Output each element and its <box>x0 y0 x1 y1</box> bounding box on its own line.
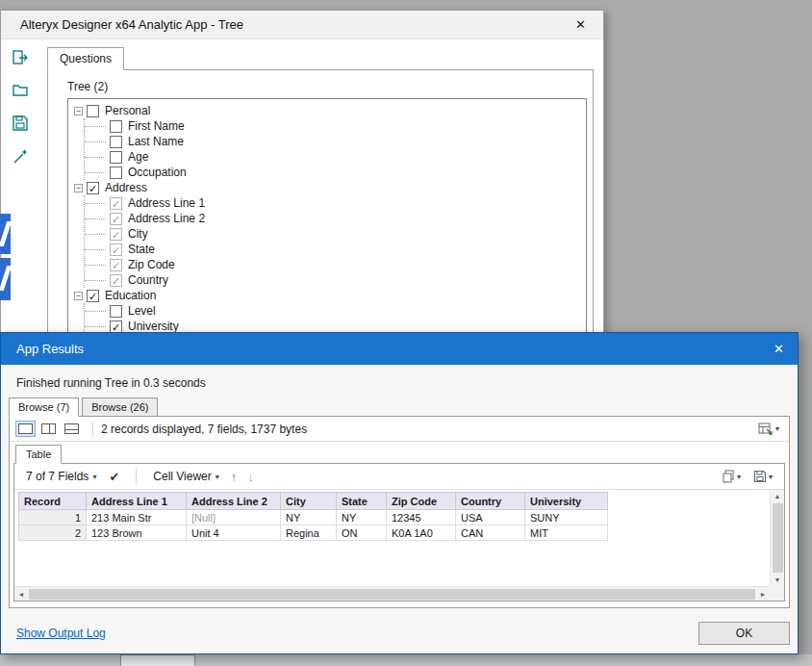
data-cell[interactable]: 123 Brown <box>87 525 187 541</box>
checkbox[interactable] <box>110 120 122 133</box>
tree-item-level[interactable]: Level <box>85 303 586 319</box>
tree-item-university[interactable]: ✓University <box>85 319 586 333</box>
tree-connector <box>85 203 106 204</box>
tree-item-zip-code[interactable]: ✓Zip Code <box>85 257 586 272</box>
tree-item-address-line-2[interactable]: ✓Address Line 2 <box>85 211 586 226</box>
tab-browse-7[interactable]: Browse (7) <box>9 397 79 417</box>
data-cell[interactable]: Regina <box>281 525 337 541</box>
open-icon[interactable] <box>8 78 33 103</box>
checkbox[interactable]: ✓ <box>110 197 122 210</box>
tree-item-address-line-1[interactable]: ✓Address Line 1 <box>85 195 586 211</box>
column-header-state[interactable]: State <box>337 493 387 510</box>
layout-single-icon[interactable] <box>15 421 36 437</box>
checkbox[interactable]: ✓ <box>110 274 122 287</box>
checkbox[interactable]: ✓ <box>87 182 99 194</box>
data-cell[interactable]: 12345 <box>387 510 456 525</box>
data-cell[interactable]: SUNY <box>525 510 608 525</box>
save-icon <box>753 470 767 483</box>
data-cell[interactable]: Unit 4 <box>187 525 281 541</box>
checkbox[interactable] <box>110 166 122 179</box>
tree-item-occupation[interactable]: Occupation <box>85 165 586 180</box>
data-grid: RecordAddress Line 1Address Line 2CitySt… <box>14 490 784 601</box>
tree-box: −PersonalFirst NameLast NameAgeOccupatio… <box>67 98 587 333</box>
data-cell[interactable]: MIT <box>525 525 608 541</box>
close-icon[interactable]: ✕ <box>774 342 784 356</box>
analytic-app-titlebar[interactable]: Alteryx Designer x64 Analytic App - Tree… <box>1 11 603 39</box>
save-results-button[interactable]: ▾ <box>749 469 776 484</box>
tab-browse-26[interactable]: Browse (26) <box>82 397 158 417</box>
tree-connector <box>85 234 106 235</box>
data-cell[interactable]: K0A 1A0 <box>387 525 456 541</box>
data-cell[interactable]: USA <box>456 510 525 525</box>
record-number-cell[interactable]: 2 <box>19 525 87 541</box>
layout-split-horizontal-icon[interactable] <box>62 421 82 437</box>
tree-item-address[interactable]: −✓Address <box>74 180 586 195</box>
apply-fields-button[interactable]: ✔ <box>105 470 123 484</box>
data-cell[interactable]: CAN <box>456 525 525 541</box>
show-output-log-link[interactable]: Show Output Log <box>16 627 106 640</box>
checkbox[interactable]: ✓ <box>110 320 122 333</box>
wizard-icon[interactable] <box>8 143 33 168</box>
tree-item-first-name[interactable]: First Name <box>85 118 586 134</box>
checkbox[interactable] <box>110 305 122 318</box>
layout-split-vertical-icon[interactable] <box>38 421 59 437</box>
column-header-city[interactable]: City <box>281 493 337 510</box>
tab-table[interactable]: Table <box>15 445 62 464</box>
checkbox[interactable]: ✓ <box>87 290 99 302</box>
column-header-country[interactable]: Country <box>456 493 525 510</box>
tree-item-education[interactable]: −✓Education <box>74 288 586 303</box>
tree-item-age[interactable]: Age <box>85 149 586 165</box>
collapse-icon[interactable]: − <box>74 292 83 300</box>
tree-item-last-name[interactable]: Last Name <box>85 134 586 149</box>
app-results-titlebar[interactable]: App Results ✕ <box>1 333 798 365</box>
fields-dropdown[interactable]: 7 of 7 Fields ▾ <box>22 468 100 485</box>
checkbox[interactable]: ✓ <box>110 213 122 225</box>
data-cell[interactable]: ON <box>337 525 387 541</box>
data-cell[interactable]: NY <box>337 510 387 525</box>
background-results-tab[interactable] <box>120 654 195 666</box>
checkbox[interactable]: ✓ <box>110 243 122 256</box>
horizontal-scrollbar[interactable]: ◄ ► <box>14 586 770 601</box>
collapse-icon[interactable]: − <box>74 184 83 192</box>
data-cell[interactable]: [Null] <box>187 510 281 525</box>
vertical-scrollbar[interactable]: ▲ ▼ <box>770 490 784 586</box>
record-number-cell[interactable]: 1 <box>19 510 87 525</box>
interface-designer-icon[interactable] <box>8 45 33 70</box>
tree-item-country[interactable]: ✓Country <box>85 272 586 288</box>
tree-item-personal[interactable]: −Personal <box>74 103 586 118</box>
tree-connector <box>85 157 106 158</box>
data-cell[interactable]: 213 Main Str <box>87 510 187 525</box>
column-header-address-line-1[interactable]: Address Line 1 <box>87 493 187 510</box>
tab-questions[interactable]: Questions <box>47 47 124 70</box>
checkbox[interactable]: ✓ <box>110 228 122 241</box>
down-arrow-button[interactable]: ↓ <box>244 470 257 484</box>
checkbox[interactable] <box>87 105 99 117</box>
close-icon[interactable]: ✕ <box>570 15 592 34</box>
data-cell[interactable]: NY <box>281 510 337 525</box>
vertical-scrollbar-thumb[interactable] <box>773 503 783 573</box>
tree-connector <box>85 326 106 327</box>
tree-item-state[interactable]: ✓State <box>85 242 586 257</box>
column-header-address-line-2[interactable]: Address Line 2 <box>187 493 281 510</box>
table-body: 1213 Main Str[Null]NYNY12345USASUNY2123 … <box>19 510 608 541</box>
scroll-left-icon[interactable]: ◄ <box>14 591 28 598</box>
cell-viewer-dropdown[interactable]: Cell Viewer ▾ <box>149 468 222 485</box>
column-header-university[interactable]: University <box>525 493 608 510</box>
questions-content: Questions Tree (2) −PersonalFirst NameLa… <box>39 39 603 333</box>
column-header-zip-code[interactable]: Zip Code <box>387 493 456 510</box>
scroll-right-icon[interactable]: ► <box>756 591 770 598</box>
horizontal-scrollbar-thumb[interactable] <box>29 589 755 600</box>
save-icon[interactable] <box>8 111 33 136</box>
scroll-down-icon[interactable]: ▼ <box>771 574 784 586</box>
up-arrow-button[interactable]: ↑ <box>228 470 241 484</box>
checkbox[interactable]: ✓ <box>110 259 122 271</box>
scroll-up-icon[interactable]: ▲ <box>771 490 784 502</box>
popout-table-button[interactable]: ▾ <box>754 422 783 437</box>
tree-item-city[interactable]: ✓City <box>85 226 586 242</box>
copy-button[interactable]: ▾ <box>718 469 745 484</box>
column-header-record[interactable]: Record <box>19 493 87 510</box>
checkbox[interactable] <box>110 151 122 164</box>
collapse-icon[interactable]: − <box>74 107 83 115</box>
checkbox[interactable] <box>110 136 122 148</box>
ok-button[interactable]: OK <box>698 622 790 645</box>
